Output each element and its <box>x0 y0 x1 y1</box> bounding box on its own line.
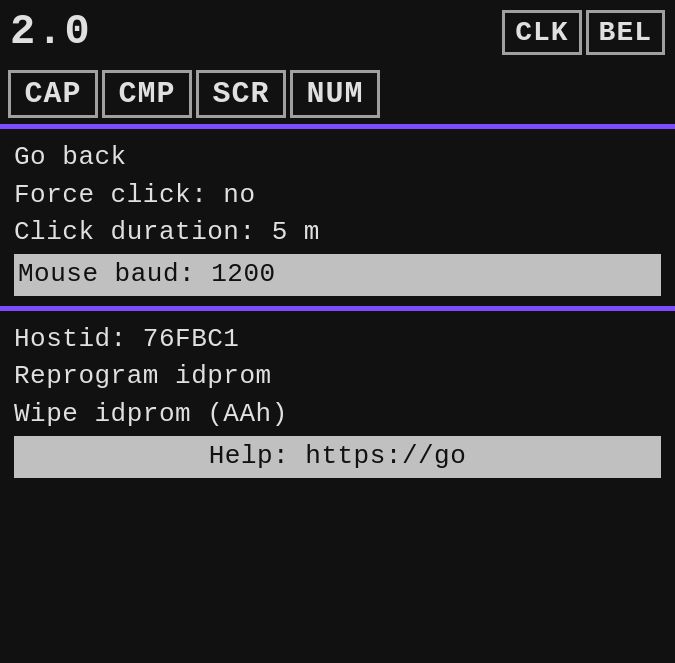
mouse-baud-item[interactable]: Mouse baud: 1200 <box>14 254 661 296</box>
clk-button[interactable]: CLK <box>502 10 581 55</box>
wipe-item[interactable]: Wipe idprom (AAh) <box>14 396 661 434</box>
version-label: 2.0 <box>10 8 92 56</box>
mode-bar: CAP CMP SCR NUM <box>0 64 675 124</box>
go-back-item[interactable]: Go back <box>14 139 661 177</box>
reprogram-item[interactable]: Reprogram idprom <box>14 358 661 396</box>
num-button[interactable]: NUM <box>290 70 380 118</box>
cap-button[interactable]: CAP <box>8 70 98 118</box>
top-right-buttons: CLK BEL <box>502 10 665 55</box>
top-bar: 2.0 CLK BEL <box>0 0 675 64</box>
force-click-item[interactable]: Force click: no <box>14 177 661 215</box>
menu-section: Go back Force click: no Click duration: … <box>0 129 675 306</box>
info-section: Hostid: 76FBC1 Reprogram idprom Wipe idp… <box>0 311 675 663</box>
cmp-button[interactable]: CMP <box>102 70 192 118</box>
click-duration-item[interactable]: Click duration: 5 m <box>14 214 661 252</box>
scr-button[interactable]: SCR <box>196 70 286 118</box>
main-screen: 2.0 CLK BEL CAP CMP SCR NUM Go back Forc… <box>0 0 675 663</box>
help-item[interactable]: Help: https://go <box>14 436 661 478</box>
hostid-item: Hostid: 76FBC1 <box>14 321 661 359</box>
bel-button[interactable]: BEL <box>586 10 665 55</box>
